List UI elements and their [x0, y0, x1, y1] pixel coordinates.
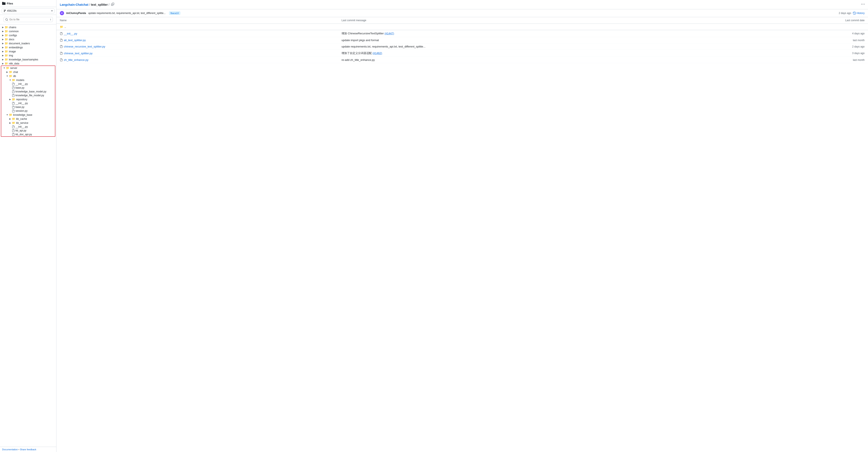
file-icon	[12, 94, 14, 97]
pr-link[interactable]: (#1447)	[384, 32, 394, 35]
search-bar[interactable]: t	[3, 17, 53, 22]
file-message-cell: re-add zh_title_enhance.py	[342, 58, 831, 62]
tree-item-img[interactable]: ▶ 📁 img	[0, 54, 56, 58]
branch-name: 456229c	[7, 9, 17, 12]
folder-icon: 📁	[12, 78, 15, 82]
tree-label: document_loaders	[9, 42, 30, 45]
tree-item-kb-service[interactable]: ▶ 📁 kb_service	[1, 121, 55, 125]
tree-item-base-db[interactable]: base.py	[1, 105, 55, 109]
folder-icon: 📁	[5, 38, 8, 41]
folder-icon: 📁	[5, 34, 8, 37]
tree-item-init-db[interactable]: __init__.py	[1, 101, 55, 105]
tree-item-models[interactable]: ▼ 📁 models	[1, 78, 55, 82]
tree-item-docs[interactable]: ▶ 📁 docs	[0, 37, 56, 41]
tree-item-kb-api[interactable]: kb_api.py	[1, 129, 55, 132]
chevron-right-icon: ▶	[2, 46, 4, 49]
sidebar-header: Files	[0, 0, 56, 7]
file-link[interactable]: __init__.py	[64, 32, 77, 35]
tree-label: img	[9, 54, 13, 57]
chevron-right-icon: ▶	[2, 62, 4, 65]
chevron-right-icon: ▶	[9, 118, 11, 120]
tree-item-kb-samples[interactable]: ▶ 📁 knowledge_base/samples	[0, 58, 56, 62]
tree-item-common[interactable]: ▶ 📁 common	[0, 29, 56, 33]
file-date-cell: last month	[831, 39, 865, 42]
branch-chevron-icon: ▾	[51, 9, 53, 12]
folder-icon: 📁	[9, 74, 12, 77]
tree-label: base.py	[16, 86, 24, 89]
file-row-dotdot[interactable]: 📁 ..	[56, 24, 868, 30]
share-feedback-link[interactable]: Share feedback	[20, 448, 36, 451]
file-icon	[12, 133, 14, 136]
breadcrumb-repo-link[interactable]: Langchain-Chatchat	[60, 3, 89, 6]
tree-item-kf-model[interactable]: knowledge_file_model.py	[1, 94, 55, 97]
search-hint: t	[50, 18, 51, 21]
file-link[interactable]: ali_text_splitter.py	[64, 39, 86, 42]
folder-icon: 📁	[5, 50, 8, 53]
tree-label: image	[9, 50, 16, 53]
file-link[interactable]: zh_title_enhance.py	[64, 58, 89, 62]
commit-age: 2 days ago	[839, 12, 851, 14]
tree-label: db	[13, 75, 16, 77]
file-row-chinese-recursive: chinese_recursive_text_splitter.py updat…	[56, 43, 868, 50]
file-row-ali: ali_text_splitter.py update import pkgs …	[56, 37, 868, 43]
history-button[interactable]: History	[853, 12, 865, 14]
file-name-cell: zh_title_enhance.py	[60, 58, 342, 62]
search-area: t	[0, 15, 56, 24]
tree-item-nltk-data[interactable]: ▶ 📁 nltk_data	[0, 62, 56, 66]
tree-item-repository[interactable]: ▶ 📁 repository	[1, 97, 55, 101]
search-input[interactable]	[9, 18, 49, 21]
file-icon	[12, 87, 14, 89]
branch-select[interactable]: 456229c ▾	[2, 8, 55, 13]
tree-item-embeddings[interactable]: ▶ 📁 embeddings	[0, 45, 56, 50]
documentation-link[interactable]: Documentation	[2, 448, 18, 451]
file-link[interactable]: chinese_text_splitter.py	[64, 52, 92, 55]
file-icon	[60, 52, 63, 55]
pr-link[interactable]: (#1462)	[373, 52, 382, 55]
folder-icon: 📁	[6, 66, 9, 69]
tree-item-kb-model[interactable]: knowledge_base_model.py	[1, 90, 55, 94]
file-name-cell: chinese_text_splitter.py	[60, 52, 342, 55]
commit-author[interactable]: imClumsyPanda	[66, 12, 86, 14]
tree-item-chat[interactable]: ▶ 📁 chat	[1, 70, 55, 74]
tree-item-init-models[interactable]: __init__.py	[1, 82, 55, 86]
folder-icon: 📁	[5, 42, 8, 45]
files-icon	[2, 2, 5, 5]
tree-item-init-kb[interactable]: __init__.py	[1, 125, 55, 129]
tree-label: knowledge_base_model.py	[16, 90, 46, 93]
tree-item-db[interactable]: ▼ 📁 db	[1, 74, 55, 78]
folder-icon: 📁	[9, 70, 12, 73]
file-icon	[60, 39, 63, 41]
file-date-cell: 4 days ago	[831, 32, 865, 35]
breadcrumb: Langchain-Chatchat / text_splitter /	[60, 3, 110, 6]
sidebar-tree: ▶ 📁 chains ▶ 📁 common ▶ 📁 configs ▶ 📁 d	[0, 24, 56, 447]
folder-icon: 📁	[5, 46, 8, 49]
tree-item-server[interactable]: ▼ 📁 server	[1, 66, 55, 70]
footer-separator: •	[19, 448, 20, 451]
chevron-right-icon: ▶	[2, 50, 4, 53]
file-name-cell: ali_text_splitter.py	[60, 39, 342, 42]
author-avatar: iC	[60, 11, 64, 15]
tree-label: nltk_data	[9, 62, 19, 65]
tree-item-kb-doc-api[interactable]: kb_doc_api.py	[1, 132, 55, 136]
more-options-icon[interactable]	[861, 3, 865, 7]
tree-item-document-loaders[interactable]: ▶ 📁 document_loaders	[0, 41, 56, 45]
tree-item-configs[interactable]: ▶ 📁 configs	[0, 33, 56, 37]
tree-item-base-models[interactable]: base.py	[1, 86, 55, 90]
red-border-group: ▼ 📁 server ▶ 📁 chat ▼ 📁 db	[1, 66, 55, 137]
file-link[interactable]: chinese_recursive_text_splitter.py	[64, 45, 105, 48]
file-message-cell: update requirements.txt, requirements_ap…	[342, 45, 831, 48]
main-header: Langchain-Chatchat / text_splitter /	[56, 0, 868, 9]
tree-item-kb-cache[interactable]: ▶ 📁 kb_cache	[1, 117, 55, 121]
col-header-message: Last commit message	[342, 19, 831, 22]
tree-item-chains[interactable]: ▶ 📁 chains	[0, 25, 56, 29]
tree-item-image[interactable]: ▶ 📁 image	[0, 50, 56, 54]
folder-icon: 📁	[5, 30, 8, 33]
copy-path-icon[interactable]	[111, 3, 114, 6]
tree-item-session[interactable]: session.py	[1, 109, 55, 113]
tree-label: docs	[9, 38, 14, 41]
tree-item-knowledge-base[interactable]: ▼ 📁 knowledge_base	[1, 113, 55, 117]
file-date-cell: 2 days ago	[831, 45, 865, 48]
file-icon	[60, 45, 63, 48]
folder-icon: 📁	[12, 121, 15, 124]
commit-hash-badge[interactable]: fbaca10	[169, 11, 180, 15]
